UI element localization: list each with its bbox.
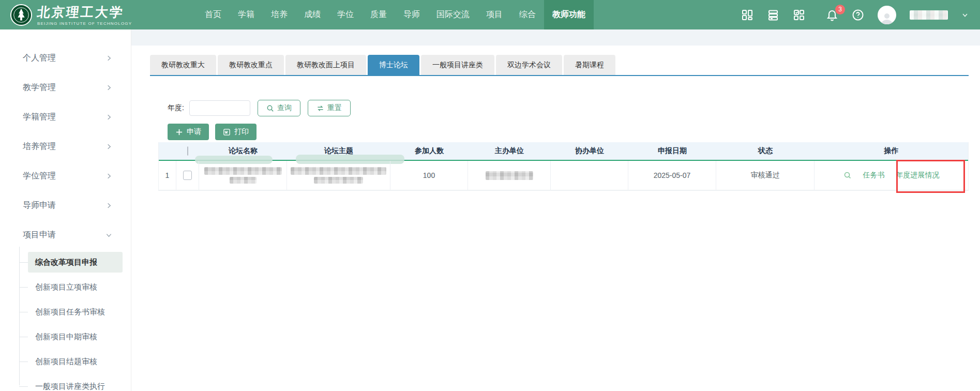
submenu-item-label: 一般项目讲座类执行 xyxy=(35,382,105,391)
project-apply-submenu: 综合改革项目申报 创新项目立项审核 创新项目任务书审核 创新项目中期审核 创新项… xyxy=(0,250,131,391)
project-type-tabs: 教研教改重大 教研教改重点 教研教改面上项目 博士论坛 一般项目讲座类 双边学术… xyxy=(150,55,969,76)
submenu-item-comprehensive-reform[interactable]: 综合改革项目申报 xyxy=(0,250,131,275)
chevron-down-icon xyxy=(105,232,112,238)
nav-item-xiangmu[interactable]: 项目 xyxy=(478,0,511,29)
notifications[interactable]: 3 xyxy=(826,9,838,21)
sidebar-item-degree[interactable]: 学位管理 xyxy=(0,161,131,191)
tab-general-lecture[interactable]: 一般项目讲座类 xyxy=(421,55,494,75)
tab-summer-course[interactable]: 暑期课程 xyxy=(564,55,615,75)
nav-item-daoshi[interactable]: 导师 xyxy=(395,0,428,29)
submenu-item-innovation-task-review[interactable]: 创新项目任务书审核 xyxy=(0,299,131,324)
submenu-item-label: 综合改革项目申报 xyxy=(35,258,97,267)
sidebar-item-student-status[interactable]: 学籍管理 xyxy=(0,102,131,132)
university-name-en: BEIJING INSTITUTE OF TECHNOLOGY xyxy=(37,21,132,26)
chevron-down-icon[interactable] xyxy=(961,11,969,19)
main-content: 教研教改重大 教研教改重点 教研教改面上项目 博士论坛 一般项目讲座类 双边学术… xyxy=(131,29,980,391)
reset-icon xyxy=(316,104,324,112)
chevron-right-icon xyxy=(105,84,112,91)
submenu-item-general-lecture-exec[interactable]: 一般项目讲座类执行 xyxy=(0,374,131,391)
topbar-right-tools: 3 xyxy=(741,6,969,24)
nav-item-peiyang[interactable]: 培养 xyxy=(263,0,296,29)
row-checkbox[interactable] xyxy=(183,171,192,180)
apply-date-cell: 2025-05-07 xyxy=(628,161,716,190)
nav-item-zonghe[interactable]: 综合 xyxy=(511,0,544,29)
forum-topic-redacted xyxy=(287,161,390,190)
university-logo: 北京理工大学 BEIJING INSTITUTE OF TECHNOLOGY xyxy=(10,4,165,26)
sidebar-item-label: 培养管理 xyxy=(23,141,56,152)
submenu-item-innovation-final-review[interactable]: 创新项目结题审核 xyxy=(0,349,131,374)
word-doc-icon xyxy=(223,128,231,136)
reset-button[interactable]: 重置 xyxy=(308,100,351,116)
table-row: 1 xyxy=(159,160,968,190)
sidebar-item-project-apply[interactable]: 项目申请 xyxy=(0,220,131,250)
operations-cell: 任务书 年度进展情况 xyxy=(815,161,968,190)
forum-name-redacted xyxy=(199,161,287,190)
nav-item-home[interactable]: 首页 xyxy=(197,0,230,29)
nav-item-zhiliang[interactable]: 质量 xyxy=(362,0,395,29)
apply-button[interactable]: 申请 xyxy=(168,124,209,140)
sidebar-menu: 个人管理 教学管理 学籍管理 培养管理 学位管理 导师申请 xyxy=(0,29,131,391)
status-cell: 审核通过 xyxy=(716,161,815,190)
sidebar-item-personal[interactable]: 个人管理 xyxy=(0,43,131,73)
submenu-item-innovation-midterm-review[interactable]: 创新项目中期审核 xyxy=(0,324,131,349)
col-participants: 参加人数 xyxy=(390,146,468,156)
app-window: 北京理工大学 BEIJING INSTITUTE OF TECHNOLOGY 首… xyxy=(0,0,980,391)
col-forum-name: 论坛名称 xyxy=(199,146,287,156)
username-redacted[interactable] xyxy=(910,10,948,20)
submenu-item-label: 创新项目任务书审核 xyxy=(35,307,105,317)
tab-doctoral-forum[interactable]: 博士论坛 xyxy=(368,55,419,75)
user-avatar[interactable] xyxy=(878,6,896,24)
chevron-right-icon xyxy=(105,202,112,209)
sidebar-item-label: 学位管理 xyxy=(23,171,56,182)
view-magnifier-icon[interactable] xyxy=(843,171,852,179)
check-grid-icon[interactable] xyxy=(793,9,805,21)
sidebar-item-label: 项目申请 xyxy=(23,230,56,240)
university-emblem-icon xyxy=(10,4,32,26)
sidebar-item-label: 个人管理 xyxy=(23,53,56,64)
forum-table: 论坛名称 论坛主题 参加人数 主办单位 协办单位 申报日期 状态 操作 1 xyxy=(158,142,969,191)
chevron-right-icon xyxy=(105,55,112,62)
submenu-item-innovation-approval[interactable]: 创新项目立项审核 xyxy=(0,275,131,299)
nav-item-chengji[interactable]: 成绩 xyxy=(296,0,329,29)
annual-progress-link[interactable]: 年度进展情况 xyxy=(896,171,940,180)
server-list-icon[interactable] xyxy=(767,9,779,21)
submenu-item-label: 创新项目立项审核 xyxy=(35,282,97,292)
sidebar-item-teaching[interactable]: 教学管理 xyxy=(0,73,131,102)
tab-jiaoyan-general[interactable]: 教研教改面上项目 xyxy=(285,55,366,75)
host-unit-redacted xyxy=(468,161,551,190)
task-book-link[interactable]: 任务书 xyxy=(863,171,885,180)
col-status: 状态 xyxy=(716,146,815,156)
participants-cell: 100 xyxy=(390,161,468,190)
tab-jiaoyan-major[interactable]: 教研教改重大 xyxy=(150,55,216,75)
sidebar-item-label: 导师申请 xyxy=(23,200,56,211)
tab-jiaoyan-key[interactable]: 教研教改重点 xyxy=(218,55,284,75)
main-nav: 首页 学籍 培养 成绩 学位 质量 导师 国际交流 项目 综合 教师功能 xyxy=(197,0,594,29)
cohost-unit-cell xyxy=(551,161,628,190)
search-button[interactable]: 查询 xyxy=(258,100,300,116)
col-host-unit: 主办单位 xyxy=(468,146,551,156)
year-label: 年度: xyxy=(168,103,184,113)
dashboard-layout-icon[interactable] xyxy=(741,9,753,21)
reset-button-label: 重置 xyxy=(327,103,342,113)
action-bar: 申请 打印 xyxy=(168,124,980,140)
nav-item-xuewei[interactable]: 学位 xyxy=(329,0,362,29)
nav-item-guojijiaoliu[interactable]: 国际交流 xyxy=(428,0,478,29)
sidebar-item-mentor-apply[interactable]: 导师申请 xyxy=(0,191,131,220)
tab-bilateral-conference[interactable]: 双边学术会议 xyxy=(496,55,562,75)
top-navbar: 北京理工大学 BEIJING INSTITUTE OF TECHNOLOGY 首… xyxy=(0,0,980,29)
help-icon[interactable] xyxy=(852,9,864,21)
notification-badge: 3 xyxy=(835,5,845,14)
search-button-label: 查询 xyxy=(277,103,292,113)
year-input[interactable] xyxy=(189,100,250,116)
sidebar-item-label: 学籍管理 xyxy=(23,112,56,123)
chevron-right-icon xyxy=(105,173,112,179)
select-all-checkbox[interactable] xyxy=(187,146,188,156)
row-index: 1 xyxy=(159,161,176,190)
nav-item-xueji[interactable]: 学籍 xyxy=(230,0,263,29)
sidebar-item-cultivation[interactable]: 培养管理 xyxy=(0,132,131,161)
submenu-item-label: 创新项目结题审核 xyxy=(35,357,97,367)
nav-item-jiaoshigongneng[interactable]: 教师功能 xyxy=(544,0,594,29)
col-apply-date: 申报日期 xyxy=(628,146,716,156)
chevron-right-icon xyxy=(105,143,112,150)
print-button[interactable]: 打印 xyxy=(215,124,257,140)
